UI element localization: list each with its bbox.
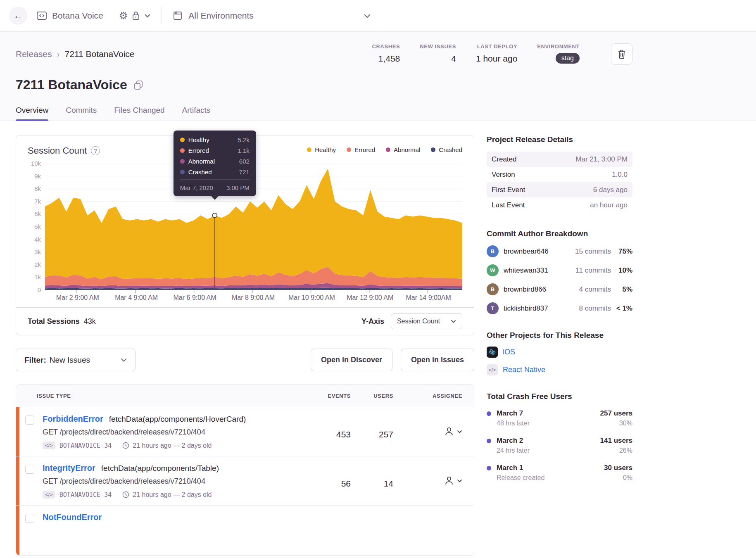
stat-crashes-label: CRASHES [372, 43, 400, 50]
issue-title-link[interactable]: NotFoundError [43, 513, 102, 522]
timeline-entry: March 7 48 hrs later 257 users 30% [487, 409, 632, 427]
settings-gear-icon[interactable]: ⚙ [119, 10, 128, 21]
timeline-dot-icon [487, 411, 491, 416]
y-axis-tick: 5k [34, 223, 41, 230]
issue-path: GET /projects/direct/backend/releases/v7… [43, 428, 305, 437]
yaxis-label: Y-Axis [361, 317, 384, 326]
open-in-discover-button[interactable]: Open in Discover [311, 349, 392, 371]
react-native-project-link[interactable]: React Native [503, 366, 545, 374]
lock-icon[interactable] [132, 11, 140, 21]
tooltip-time: 3:00 PM [226, 184, 250, 191]
y-axis-tick: 1k [34, 273, 41, 280]
y-axis-tick: 9k [34, 173, 41, 180]
issue-title-link[interactable]: ForbiddenError [43, 414, 103, 424]
tab-artifacts[interactable]: Artifacts [182, 106, 211, 121]
tab-overview[interactable]: Overview [16, 106, 48, 121]
tooltip-healthy-value: 5.2k [238, 136, 249, 143]
stat-new-issues-value: 4 [420, 54, 456, 64]
issue-users-count: 257 [351, 407, 393, 456]
issue-age: 21 hours ago — 2 days old [122, 491, 212, 499]
issue-short-id: BOTANAVOICE-34 [59, 491, 112, 499]
environment-chevron-down-icon [364, 14, 371, 18]
yaxis-select-value: Session Count [397, 318, 440, 325]
environment-icon [173, 11, 183, 21]
issue-checkbox[interactable] [25, 514, 34, 523]
issue-events-count: 56 [305, 456, 351, 505]
avatar: B [487, 245, 499, 257]
tooltip-errored-label: Errored [188, 147, 209, 154]
issue-row-notfounderror: NotFoundError [16, 506, 474, 555]
issue-row-integrityerror: IntegrityError fetchData(app/components/… [16, 456, 474, 506]
trash-icon [618, 50, 626, 59]
y-axis-tick: 7k [34, 198, 41, 205]
yaxis-select[interactable]: Session Count [391, 313, 462, 329]
project-chevron-down-icon[interactable] [144, 14, 151, 18]
author-row: B brownbird866 4 commits 5% [487, 283, 632, 295]
session-count-card: Session Count ? Healthy Errored [16, 135, 474, 335]
stat-last-deploy-label: LAST DEPLOY [476, 43, 517, 50]
breadcrumb: Releases › 7211 BotanaVoice [16, 43, 135, 65]
x-axis-tick: Mar 4 9:00 AM [115, 294, 158, 302]
y-axis-tick: 0 [38, 286, 41, 293]
nav-divider [162, 7, 162, 24]
back-button[interactable]: ← [9, 7, 27, 25]
tab-files-changed[interactable]: Files Changed [114, 106, 165, 121]
other-projects-heading: Other Projects for This Release [487, 331, 632, 340]
stat-environment-label: ENVIRONMENT [537, 43, 580, 50]
tooltip-date: Mar 7, 2020 [180, 184, 213, 191]
col-events: EVENTS [305, 393, 351, 399]
release-stats: CRASHES 1,458 NEW ISSUES 4 LAST DEPLOY 1… [372, 43, 632, 65]
detail-row-version: Version 1.0.0 [487, 167, 632, 182]
delete-release-button[interactable] [611, 43, 632, 65]
ios-project-link[interactable]: iOS [503, 348, 515, 356]
help-icon[interactable]: ? [91, 146, 100, 155]
issue-short-id: BOTANAVOICE-34 [59, 442, 112, 449]
x-axis-tick: Mar 14 9:00AM [406, 294, 451, 302]
environment-badge: stag [556, 53, 580, 64]
project-name: Botana Voice [52, 11, 103, 21]
project-switcher[interactable]: Botana Voice [36, 11, 103, 21]
filter-label: Filter: [24, 356, 46, 365]
breadcrumb-releases-link[interactable]: Releases [16, 49, 52, 59]
chart-tooltip: Healthy 5.2k Errored 1.1k Abnormal 602 C… [174, 131, 256, 196]
environment-value: All Environments [188, 11, 254, 21]
legend-abnormal-label: Abnormal [394, 146, 420, 153]
issue-checkbox[interactable] [25, 465, 34, 474]
stat-environment: ENVIRONMENT stag [537, 43, 580, 64]
issues-filter-dropdown[interactable]: Filter: New Issues [16, 349, 136, 371]
legend-errored-dot-icon [347, 147, 351, 152]
page-title: 7211 BotanaVoice [16, 77, 127, 93]
copy-icon[interactable] [134, 80, 143, 90]
release-details-heading: Project Release Details [487, 135, 632, 144]
legend-errored: Errored [347, 146, 375, 153]
total-sessions-label: Total Sessions [28, 317, 80, 326]
col-users: USERS [351, 393, 393, 399]
breadcrumb-current: 7211 BotanaVoice [65, 49, 135, 59]
chevron-down-icon [451, 320, 456, 323]
legend-healthy-label: Healthy [315, 146, 336, 153]
stat-new-issues-label: NEW ISSUES [420, 43, 456, 50]
tooltip-crashed-value: 721 [239, 169, 250, 176]
stat-last-deploy-value: 1 hour ago [476, 54, 517, 64]
tooltip-abnormal-label: Abnormal [188, 158, 215, 165]
issue-events-count: 453 [305, 407, 351, 456]
open-in-issues-button[interactable]: Open in Issues [401, 349, 474, 371]
avatar: T [487, 302, 499, 314]
issue-title-link[interactable]: IntegrityError [43, 463, 95, 473]
issue-severity-bar [16, 506, 19, 555]
assignee-selector[interactable] [393, 462, 474, 500]
col-assignee: ASSIGNEE [393, 393, 474, 399]
issue-severity-bar [16, 456, 19, 505]
timeline-entry: March 1 Release created 30 users 0% [487, 464, 632, 482]
assignee-selector[interactable] [393, 413, 474, 451]
x-axis-tick: Mar 8 9:00 AM [232, 294, 275, 302]
new-issues-table: ISSUE TYPE EVENTS USERS ASSIGNEE Forbidd… [16, 385, 474, 556]
environment-selector[interactable]: All Environments [173, 11, 371, 21]
issue-checkbox[interactable] [25, 416, 34, 425]
assignee-person-icon [445, 476, 454, 486]
crash-free-heading: Total Crash Free Users [487, 392, 632, 401]
tab-commits[interactable]: Commits [66, 106, 97, 121]
col-issue-type: ISSUE TYPE [16, 393, 305, 399]
platform-code-icon: </> [43, 491, 55, 499]
issues-table-header: ISSUE TYPE EVENTS USERS ASSIGNEE [16, 385, 474, 407]
